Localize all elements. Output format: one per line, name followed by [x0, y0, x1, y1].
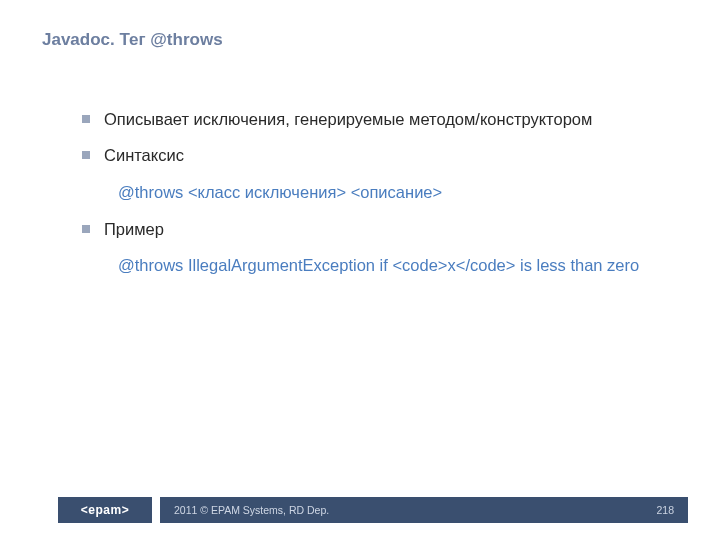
footer-copyright: 2011 © EPAM Systems, RD Dep.: [174, 504, 329, 516]
bullet-marker-icon: [82, 225, 90, 233]
bullet-sub-text: @throws <класс исключения> <описание>: [118, 181, 660, 204]
slide-title: Javadoc. Тег @throws: [42, 30, 223, 50]
bullet-item: Пример: [82, 218, 660, 240]
footer: <epam> 2011 © EPAM Systems, RD Dep. 218: [0, 497, 720, 523]
logo: <epam>: [58, 497, 152, 523]
bullet-text: Описывает исключения, генерируемые метод…: [104, 108, 592, 130]
bullet-text: Пример: [104, 218, 164, 240]
footer-bar: 2011 © EPAM Systems, RD Dep. 218: [160, 497, 688, 523]
bullet-text: Синтаксис: [104, 144, 184, 166]
bullet-item: Описывает исключения, генерируемые метод…: [82, 108, 660, 130]
bullet-sub-text: @throws IllegalArgumentException if <cod…: [118, 254, 660, 277]
bullet-item: Синтаксис: [82, 144, 660, 166]
content-area: Описывает исключения, генерируемые метод…: [82, 108, 660, 291]
sub-text-line: @throws IllegalArgumentException if <cod…: [118, 256, 639, 274]
bullet-marker-icon: [82, 151, 90, 159]
bullet-marker-icon: [82, 115, 90, 123]
page-number: 218: [656, 504, 674, 516]
